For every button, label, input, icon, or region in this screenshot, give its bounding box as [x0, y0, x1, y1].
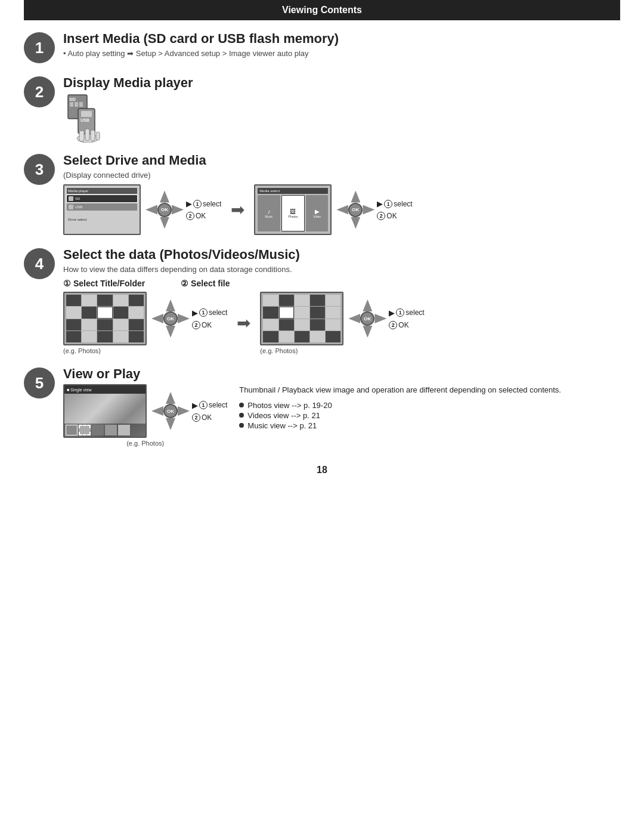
drive-item-2: USB	[67, 203, 137, 211]
tc35	[326, 319, 340, 330]
tc6	[66, 307, 81, 318]
svg-rect-3	[75, 102, 78, 107]
dpad-4-1-labels: ▶ 1 select 2 OK	[192, 308, 227, 329]
tc21	[263, 295, 278, 306]
tc29	[310, 307, 325, 318]
drive-select-screen: Media player SD USB Drive select	[63, 184, 141, 235]
select-text-1: select	[203, 200, 221, 208]
circle-3: 1	[384, 200, 392, 208]
music-icon: ♪	[268, 209, 271, 215]
media-row: ♪ Music 🖼 Photos ▶ Video	[258, 195, 328, 231]
svg-rect-10	[85, 129, 89, 141]
step-1-content: Insert Media (SD card or USB flash memor…	[63, 31, 620, 63]
dpad-1-labels: ▶ 1 select 2 OK	[186, 199, 221, 220]
step-5-title: View or Play	[63, 366, 620, 382]
tc18	[97, 331, 112, 342]
dpad-ok-2: OK	[348, 203, 363, 217]
tc38	[295, 331, 309, 342]
header-title: Viewing Contents	[282, 5, 362, 15]
step-4-diagrams: OK ▶ 1 select 2 OK	[63, 292, 620, 354]
step-3-diagram-2: Media select ♪ Music 🖼 Photos ▶ Video	[254, 184, 412, 235]
circle-4-4: 2	[389, 321, 397, 329]
media-select-screen: Media select ♪ Music 🖼 Photos ▶ Video	[254, 184, 332, 235]
ok-label-4-2: 2 OK	[389, 321, 424, 329]
circle-2: 2	[186, 212, 194, 220]
circle-1: 1	[193, 200, 202, 208]
dpad-5: OK	[151, 392, 190, 430]
single-view-label: ■ Single view	[67, 388, 92, 392]
step-3-subtitle: (Display connected drive)	[63, 171, 620, 180]
select-label-4-2: ▶ 1 select	[389, 308, 424, 317]
dpad-left-2	[336, 205, 348, 215]
step-1-title: Insert Media (SD card or USB flash memor…	[63, 31, 620, 47]
dpad-ok: OK	[157, 203, 172, 217]
step-5: 5 View or Play ■ Single view	[24, 366, 620, 447]
bullet-text-1: Photos view --> p. 19-20	[247, 401, 332, 410]
ok-label-4-1: 2 OK	[192, 321, 227, 329]
photos-label: Photos	[289, 215, 298, 218]
video-icon: ▶	[315, 209, 320, 215]
ok-label-2: 2 OK	[377, 212, 412, 220]
dpad-1: OK	[145, 191, 184, 229]
svg-rect-6	[81, 111, 92, 117]
step-number-2: 2	[24, 76, 55, 107]
drive-item-1: SD	[67, 195, 137, 202]
select-label-2: ▶ 1 select	[377, 199, 412, 208]
tc12	[82, 319, 97, 330]
step-2: 2 Display Media player SD USB	[24, 75, 620, 141]
tc32	[279, 319, 294, 330]
dpad-down-5	[166, 418, 175, 430]
svg-rect-11	[91, 130, 95, 141]
step-5-dpad: OK ▶ 1 select 2 OK	[151, 392, 227, 430]
tc40	[326, 331, 340, 342]
step-5-content: View or Play ■ Single view	[63, 366, 620, 447]
tc28	[295, 307, 309, 318]
step-1-subtitle: • Auto play setting ➡ Setup > Advanced s…	[63, 49, 620, 58]
dpad-up-4-2	[363, 299, 372, 311]
svg-rect-9	[79, 131, 84, 141]
sub-steps-row: ① Select Title/Folder ② Select file	[63, 279, 620, 288]
tc2	[82, 295, 97, 306]
step-5-bullets: Photos view --> p. 19-20 Videos view -->…	[239, 401, 620, 430]
select-text-5: select	[209, 401, 227, 409]
tc13	[97, 319, 112, 330]
tc26	[263, 307, 278, 318]
select-label-4-1: ▶ 1 select	[192, 308, 227, 317]
dpad-up-2	[351, 191, 360, 203]
tc22	[279, 295, 294, 306]
bullet-text-3: Music view --> p. 21	[247, 421, 317, 430]
dpad-right-4-2	[374, 314, 386, 323]
tc25	[326, 295, 340, 306]
step-3-dpad-1: OK ▶ 1 select 2 OK	[145, 191, 221, 229]
svg-rect-2	[70, 102, 73, 107]
tc30	[326, 307, 340, 318]
step-number-5: 5	[24, 367, 55, 398]
dpad-right-5	[178, 406, 190, 416]
step-4-group-2: OK ▶ 1 select 2 OK	[260, 292, 424, 354]
tc10	[129, 307, 144, 318]
video-label: Video	[313, 215, 321, 218]
tc20	[129, 331, 144, 342]
tc11	[66, 319, 81, 330]
bullet-dot-2	[239, 413, 244, 418]
dpad-5-labels: ▶ 1 select 2 OK	[192, 401, 227, 422]
drive-bar: Media player	[67, 188, 137, 194]
step-4-content: Select the data (Photos/Videos/Music) Ho…	[63, 247, 620, 354]
step-4-diagram-2: OK ▶ 1 select 2 OK	[260, 292, 424, 345]
dpad-right-4-1	[178, 314, 190, 323]
dpad-right	[172, 205, 184, 215]
ok-text-4-1: OK	[202, 321, 212, 329]
tc27	[279, 307, 294, 318]
step-4-group-1: OK ▶ 1 select 2 OK	[63, 292, 227, 354]
step-4-dpad-1: OK ▶ 1 select 2 OK	[151, 299, 227, 338]
step-3-content: Select Drive and Media (Display connecte…	[63, 153, 620, 235]
tc23	[295, 295, 309, 306]
tc34	[310, 319, 325, 330]
step-3-title: Select Drive and Media	[63, 153, 620, 168]
dpad-ok-4-1: OK	[163, 311, 178, 326]
tc3	[97, 295, 112, 306]
dpad-right-2	[363, 205, 374, 215]
tc24	[310, 295, 325, 306]
single-view-bar: ■ Single view	[64, 385, 145, 394]
bullet-2: Videos view --> p. 21	[239, 411, 620, 420]
